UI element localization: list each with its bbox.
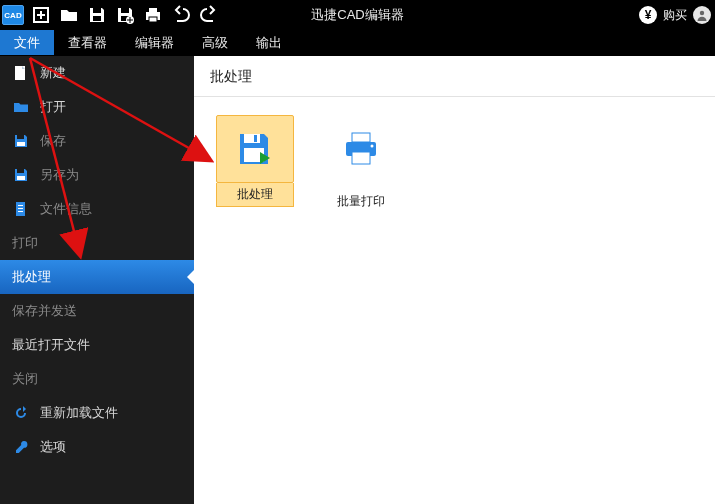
save-icon[interactable] xyxy=(84,2,110,28)
sidebar-item-fileinfo[interactable]: 文件信息 xyxy=(0,192,194,226)
file-sidebar: 新建 打开 保存 另存为 文件信息 打印 xyxy=(0,56,194,504)
open-folder-icon xyxy=(12,98,30,116)
tab-file[interactable]: 文件 xyxy=(0,30,54,55)
open-folder-icon[interactable] xyxy=(56,2,82,28)
svg-rect-15 xyxy=(17,142,25,146)
svg-rect-10 xyxy=(149,8,157,12)
sidebar-item-label: 新建 xyxy=(40,64,66,82)
reload-icon xyxy=(12,404,30,422)
batch-save-icon xyxy=(234,128,276,170)
user-icon[interactable] xyxy=(693,6,711,24)
batch-process-button[interactable]: 批处理 xyxy=(216,115,294,207)
sidebar-item-save-as[interactable]: 另存为 xyxy=(0,158,194,192)
tab-editor[interactable]: 编辑器 xyxy=(121,30,188,55)
sidebar-item-label: 最近打开文件 xyxy=(12,336,90,354)
svg-point-28 xyxy=(371,145,374,148)
svg-rect-27 xyxy=(352,152,370,164)
title-bar: CAD 迅捷CAD编辑器 ¥ 购买 xyxy=(0,0,715,30)
sidebar-item-save[interactable]: 保存 xyxy=(0,124,194,158)
redo-icon[interactable] xyxy=(196,2,222,28)
svg-rect-21 xyxy=(18,211,23,212)
ribbon-tabs: 文件 查看器 编辑器 高级 输出 xyxy=(0,30,715,56)
sidebar-item-label: 关闭 xyxy=(12,370,38,388)
svg-rect-22 xyxy=(244,134,260,143)
print-icon[interactable] xyxy=(140,2,166,28)
sidebar-item-label: 保存并发送 xyxy=(12,302,77,320)
svg-rect-19 xyxy=(18,205,23,206)
svg-rect-14 xyxy=(17,135,24,139)
batch-print-icon xyxy=(340,128,382,170)
save-as-icon xyxy=(12,166,30,184)
svg-point-12 xyxy=(700,11,704,15)
batch-process-label: 批处理 xyxy=(216,183,294,207)
sidebar-item-batch[interactable]: 批处理 xyxy=(0,260,194,294)
sidebar-item-label: 另存为 xyxy=(40,166,79,184)
sidebar-item-print[interactable]: 打印 xyxy=(0,226,194,260)
tab-viewer[interactable]: 查看器 xyxy=(54,30,121,55)
svg-rect-11 xyxy=(149,17,157,22)
sidebar-item-label: 打印 xyxy=(12,234,38,252)
sidebar-item-label: 选项 xyxy=(40,438,66,456)
sidebar-item-new[interactable]: 新建 xyxy=(0,56,194,90)
buy-link[interactable]: 购买 xyxy=(663,7,687,24)
sidebar-item-label: 文件信息 xyxy=(40,200,92,218)
info-icon xyxy=(12,200,30,218)
sidebar-item-label: 批处理 xyxy=(12,268,51,286)
tab-advanced[interactable]: 高级 xyxy=(188,30,242,55)
wrench-icon xyxy=(12,438,30,456)
sidebar-item-close[interactable]: 关闭 xyxy=(0,362,194,396)
content-pane: 批处理 批处理 xyxy=(194,56,715,504)
new-doc-icon xyxy=(12,64,30,82)
svg-rect-20 xyxy=(18,208,23,209)
svg-rect-6 xyxy=(121,8,129,13)
svg-rect-17 xyxy=(17,176,25,180)
sidebar-item-label: 重新加载文件 xyxy=(40,404,118,422)
svg-rect-4 xyxy=(93,8,101,13)
sidebar-item-save-send[interactable]: 保存并发送 xyxy=(0,294,194,328)
svg-rect-16 xyxy=(17,169,24,173)
batch-print-button[interactable]: 批量打印 xyxy=(322,115,400,210)
save-icon xyxy=(12,132,30,150)
currency-icon[interactable]: ¥ xyxy=(639,6,657,24)
app-logo: CAD xyxy=(2,5,24,25)
sidebar-item-label: 打开 xyxy=(40,98,66,116)
sidebar-item-label: 保存 xyxy=(40,132,66,150)
content-header: 批处理 xyxy=(194,56,715,97)
svg-rect-26 xyxy=(352,133,370,142)
svg-rect-3 xyxy=(37,14,45,16)
sidebar-item-options[interactable]: 选项 xyxy=(0,430,194,464)
sidebar-item-open[interactable]: 打开 xyxy=(0,90,194,124)
svg-rect-23 xyxy=(254,135,257,142)
sidebar-item-reload[interactable]: 重新加载文件 xyxy=(0,396,194,430)
svg-rect-5 xyxy=(93,16,101,21)
save-as-icon[interactable] xyxy=(112,2,138,28)
sidebar-item-recent[interactable]: 最近打开文件 xyxy=(0,328,194,362)
undo-icon[interactable] xyxy=(168,2,194,28)
new-file-icon[interactable] xyxy=(28,2,54,28)
batch-print-label: 批量打印 xyxy=(337,193,385,210)
tab-output[interactable]: 输出 xyxy=(242,30,296,55)
